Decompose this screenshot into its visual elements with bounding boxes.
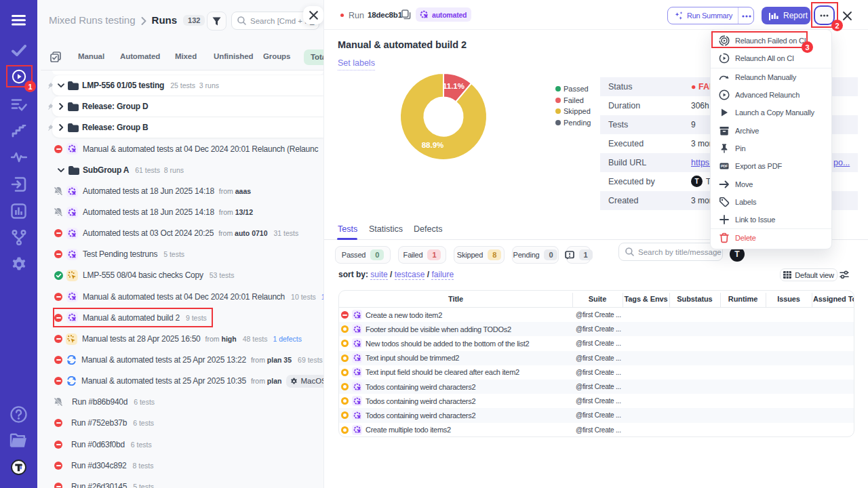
svg-text:PDF: PDF	[721, 165, 728, 169]
svg-text:88.9%: 88.9%	[422, 141, 444, 149]
svg-text:11.1%: 11.1%	[443, 82, 465, 90]
